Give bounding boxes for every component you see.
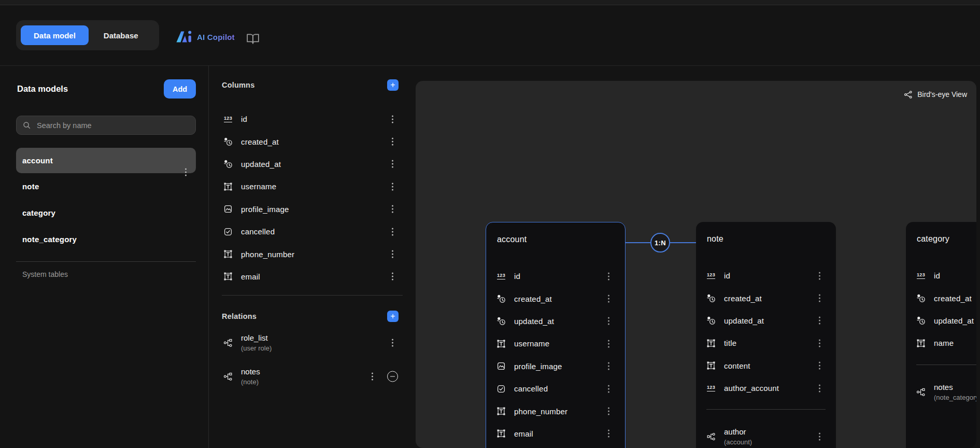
column-row-profile_image[interactable]: profile_image xyxy=(222,198,403,220)
table-column-menu-button[interactable] xyxy=(606,270,612,282)
table-column-row-updated_at[interactable]: updated_at xyxy=(486,310,625,332)
table-column-row-title[interactable]: title xyxy=(696,332,836,354)
table-relation-menu-button[interactable] xyxy=(817,431,822,443)
sidebar-item-account[interactable]: account xyxy=(16,148,196,173)
table-column-menu-button[interactable] xyxy=(606,293,612,305)
table-column-name: created_at xyxy=(514,295,552,303)
column-row-id[interactable]: 123id xyxy=(222,108,403,130)
column-row-cancelled[interactable]: cancelled xyxy=(222,220,403,243)
sidebar-item-category[interactable]: category xyxy=(16,200,196,226)
table-relation-row-author[interactable]: author(account) xyxy=(696,425,836,448)
table-column-menu-button[interactable] xyxy=(817,315,822,327)
diagram-canvas[interactable]: Bird's-eye View 1:N account123id created… xyxy=(416,81,976,448)
column-menu-button[interactable] xyxy=(390,203,395,215)
relation-cardinality-badge[interactable]: 1:N xyxy=(650,233,670,253)
datetime-type-icon xyxy=(223,137,233,146)
add-relation-button[interactable]: + xyxy=(387,311,399,322)
table-column-row-id[interactable]: 123id xyxy=(696,264,836,287)
model-menu-button[interactable] xyxy=(183,166,189,178)
table-column-row-id[interactable]: 123id xyxy=(906,264,976,287)
sidebar-divider xyxy=(16,261,196,262)
ai-copilot-button[interactable]: AI Copilot xyxy=(174,30,235,44)
text-type-icon xyxy=(916,339,926,348)
table-column-row-created_at[interactable]: created_at xyxy=(696,287,836,309)
column-row-updated_at[interactable]: updated_at xyxy=(222,153,403,175)
column-name: email xyxy=(241,272,260,281)
add-column-button[interactable]: + xyxy=(387,79,399,91)
column-menu-button[interactable] xyxy=(390,158,395,170)
table-column-menu-button[interactable] xyxy=(817,270,822,282)
table-column-row-profile_image[interactable]: profile_image xyxy=(486,355,625,377)
relation-row-notes[interactable]: notes(note) xyxy=(222,362,403,391)
table-column-name: profile_image xyxy=(514,362,562,371)
table-column-row-created_at[interactable]: created_at xyxy=(486,287,625,310)
table-card-category[interactable]: category123id created_at updated_at name… xyxy=(906,222,976,448)
relation-type-icon xyxy=(223,372,233,381)
table-column-menu-button[interactable] xyxy=(606,360,612,372)
number-type-icon: 123 xyxy=(223,115,233,124)
table-column-row-author_account[interactable]: 123author_account xyxy=(696,377,836,399)
columns-list: 123id created_at updated_at username pro… xyxy=(222,108,403,288)
relation-menu-button[interactable] xyxy=(390,337,395,349)
column-menu-button[interactable] xyxy=(390,113,395,125)
number-glyph: 123 xyxy=(707,272,715,279)
sidebar-item-note_category[interactable]: note_category xyxy=(16,226,196,253)
table-card-account[interactable]: account123id created_at updated_at usern… xyxy=(486,222,626,448)
table-column-name: created_at xyxy=(934,294,972,303)
table-column-menu-button[interactable] xyxy=(606,405,612,417)
table-column-row-content[interactable]: content xyxy=(696,355,836,377)
column-menu-button[interactable] xyxy=(390,226,395,237)
table-column-row-updated_at[interactable]: updated_at xyxy=(696,310,836,332)
table-column-row-username[interactable]: username xyxy=(486,332,625,355)
table-column-menu-button[interactable] xyxy=(817,337,822,349)
text-type-icon xyxy=(496,429,506,438)
column-menu-button[interactable] xyxy=(390,271,395,283)
column-row-created_at[interactable]: created_at xyxy=(222,130,403,152)
column-menu-button[interactable] xyxy=(390,248,395,260)
number-type-icon: 123 xyxy=(706,271,716,281)
table-column-menu-button[interactable] xyxy=(817,292,822,304)
column-row-phone_number[interactable]: phone_number xyxy=(222,243,403,265)
table-relation-row-notes[interactable]: notes(note_category) xyxy=(906,381,976,403)
relation-text: notes(note) xyxy=(241,367,260,386)
table-column-row-updated_at[interactable]: updated_at xyxy=(906,310,976,332)
relation-row-role_list[interactable]: role_list(user role) xyxy=(222,328,403,357)
relation-target: (note) xyxy=(241,378,260,386)
docs-book-icon[interactable] xyxy=(246,32,261,48)
boolean-type-icon xyxy=(496,384,506,394)
search-input[interactable] xyxy=(36,121,190,130)
table-card-note[interactable]: note123id created_at updated_at title co… xyxy=(696,222,836,448)
table-column-row-phone_number[interactable]: phone_number xyxy=(486,400,625,422)
table-column-row-email[interactable]: email xyxy=(486,423,625,445)
table-column-menu-button[interactable] xyxy=(606,428,612,440)
table-column-row-created_at[interactable]: created_at xyxy=(906,287,976,309)
table-column-name: updated_at xyxy=(934,316,974,325)
sidebar-item-note[interactable]: note xyxy=(16,173,196,200)
column-row-username[interactable]: username xyxy=(222,175,403,198)
table-column-menu-button[interactable] xyxy=(817,360,822,372)
table-column-row-id[interactable]: 123id xyxy=(486,265,625,287)
tab-database[interactable]: Database xyxy=(91,25,151,45)
relation-menu-button[interactable] xyxy=(370,371,375,383)
add-model-button[interactable]: Add xyxy=(164,79,196,99)
table-column-menu-button[interactable] xyxy=(606,338,612,349)
column-menu-button[interactable] xyxy=(390,180,395,192)
remove-relation-button[interactable] xyxy=(387,371,398,382)
sidebar-title: Data models xyxy=(16,84,68,94)
column-menu-button[interactable] xyxy=(390,136,395,148)
birdseye-network-icon xyxy=(903,90,913,99)
table-column-row-name[interactable]: name xyxy=(906,332,976,354)
column-row-email[interactable]: email xyxy=(222,265,403,288)
table-column-menu-button[interactable] xyxy=(817,382,822,394)
relation-target: (user role) xyxy=(241,344,272,352)
table-column-menu-button[interactable] xyxy=(606,383,612,395)
birdseye-view-button[interactable]: Bird's-eye View xyxy=(902,90,967,99)
table-card-rows: 123id created_at updated_at username pro… xyxy=(486,265,625,445)
table-column-row-cancelled[interactable]: cancelled xyxy=(486,377,625,400)
table-column-menu-button[interactable] xyxy=(606,315,612,327)
datetime-type-icon xyxy=(706,293,716,303)
system-tables-link[interactable]: System tables xyxy=(16,270,196,278)
table-card-title: account xyxy=(497,235,527,244)
tab-data-model[interactable]: Data model xyxy=(21,25,89,45)
datetime-type-icon xyxy=(916,316,926,325)
